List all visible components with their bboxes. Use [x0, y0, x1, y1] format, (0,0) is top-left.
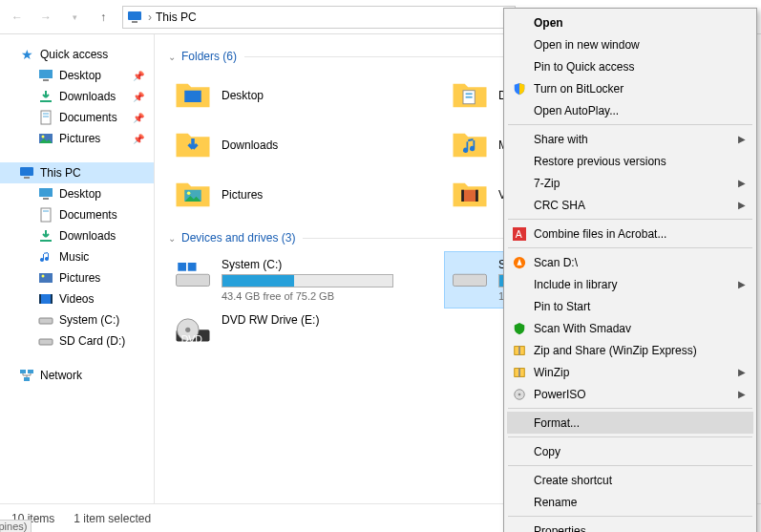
sidebar-pc-videos[interactable]: Videos — [0, 288, 154, 309]
sidebar-pc-sdcard-d[interactable]: SD Card (D:) — [0, 330, 154, 351]
network-icon — [19, 368, 34, 383]
context-menu-rename[interactable]: Rename — [507, 491, 753, 513]
context-menu-zip-and-share-winzip-express[interactable]: Zip and Share (WinZip Express) — [507, 339, 753, 361]
poweriso-icon — [512, 387, 527, 402]
sidebar-qa-downloads[interactable]: Downloads📌 — [0, 86, 154, 107]
folder-icon — [449, 74, 491, 117]
context-menu-scan-with-smadav[interactable]: Scan With Smadav — [507, 317, 753, 339]
shield-icon — [512, 81, 527, 96]
sidebar-pc-system-c[interactable]: System (C:) — [0, 309, 154, 330]
sidebar-item-label: Downloads — [59, 90, 116, 103]
context-menu-separator — [508, 465, 752, 466]
svg-point-32 — [187, 192, 191, 196]
svg-text:DVD: DVD — [181, 333, 203, 345]
this-pc-icon — [127, 10, 142, 25]
drive-dvd-e[interactable]: DVD DVD RW Drive (E:) — [168, 308, 407, 355]
submenu-arrow-icon: ▶ — [738, 178, 746, 188]
svg-rect-19 — [39, 294, 53, 304]
svg-rect-13 — [43, 198, 49, 200]
svg-point-18 — [42, 275, 45, 278]
context-menu-separator — [508, 247, 752, 248]
address-bar[interactable]: › This PC — [122, 6, 516, 29]
sidebar-item-label: Desktop — [59, 69, 101, 82]
svg-rect-3 — [43, 79, 49, 81]
svg-rect-39 — [454, 274, 487, 286]
context-menu-properties[interactable]: Properties — [507, 520, 753, 532]
documents-icon — [38, 110, 53, 125]
context-menu-label: Rename — [534, 496, 577, 509]
sidebar-item-label: System (C:) — [59, 313, 119, 327]
sidebar-qa-documents[interactable]: Documents📌 — [0, 107, 154, 128]
sidebar-pc-pictures[interactable]: Pictures — [0, 267, 154, 288]
up-button[interactable]: ↑ — [90, 4, 116, 31]
sidebar-quick-access[interactable]: ★ Quick access — [0, 44, 154, 65]
folder-desktop[interactable]: Desktop — [168, 71, 407, 120]
context-menu-turn-on-bitlocker[interactable]: Turn on BitLocker — [507, 77, 753, 99]
context-menu-label: Pin to Start — [534, 300, 590, 313]
sidebar-pc-downloads[interactable]: Downloads — [0, 225, 154, 246]
svg-rect-38 — [188, 263, 197, 271]
context-menu-format[interactable]: Format... — [507, 412, 753, 434]
folder-icon — [449, 174, 491, 216]
folder-pictures[interactable]: Pictures — [168, 170, 407, 220]
context-menu-poweriso[interactable]: PowerISO▶ — [507, 383, 753, 405]
svg-rect-35 — [476, 190, 478, 202]
recent-dropdown[interactable]: ▾ — [61, 4, 88, 31]
sidebar-item-label: Pictures — [59, 132, 100, 145]
pin-icon: 📌 — [133, 134, 144, 144]
context-menu-pin-to-start[interactable]: Pin to Start — [507, 295, 753, 317]
context-menu-share-with[interactable]: Share with▶ — [507, 128, 753, 150]
folder-downloads[interactable]: Downloads — [168, 120, 407, 170]
context-menu-label: Properties — [534, 524, 586, 533]
context-menu-crc-sha[interactable]: CRC SHA▶ — [507, 194, 753, 216]
svg-point-42 — [185, 328, 190, 332]
sidebar-pc-music[interactable]: Music — [0, 246, 154, 267]
context-menu-label: 7-Zip — [534, 177, 560, 190]
context-menu-label: Restore previous versions — [534, 155, 666, 168]
svg-rect-5 — [41, 111, 51, 124]
sidebar-this-pc[interactable]: This PC — [0, 162, 154, 183]
chevron-down-icon: ⌄ — [168, 233, 176, 244]
svg-rect-12 — [39, 188, 53, 197]
svg-rect-27 — [184, 91, 201, 102]
drive-icon — [449, 258, 491, 294]
context-menu-create-shortcut[interactable]: Create shortcut — [507, 469, 753, 491]
context-menu-7-zip[interactable]: 7-Zip▶ — [507, 172, 753, 194]
sidebar-network[interactable]: Network — [0, 365, 154, 386]
context-menu-copy[interactable]: Copy — [507, 440, 753, 462]
context-menu-label: Scan With Smadav — [534, 322, 631, 335]
sidebar-item-label: Documents — [59, 208, 117, 222]
context-menu-pin-to-quick-access[interactable]: Pin to Quick access — [507, 55, 753, 77]
back-button[interactable]: ← — [4, 4, 31, 31]
sidebar-pc-desktop[interactable]: Desktop — [0, 183, 154, 204]
context-menu-open-in-new-window[interactable]: Open in new window — [507, 33, 753, 55]
context-menu-restore-previous-versions[interactable]: Restore previous versions — [507, 150, 753, 172]
drive-free-text: 43.4 GB free of 75.2 GB — [222, 290, 403, 302]
context-menu-label: Open in new window — [534, 38, 640, 52]
context-menu-winzip[interactable]: WinZip▶ — [507, 361, 753, 383]
context-menu-open[interactable]: Open — [507, 11, 753, 33]
svg-rect-26 — [24, 377, 30, 381]
pin-icon: 📌 — [133, 71, 144, 81]
sidebar-item-label: Pictures — [59, 271, 100, 285]
sidebar-qa-pictures[interactable]: Pictures📌 — [0, 128, 154, 149]
submenu-arrow-icon: ▶ — [738, 200, 746, 210]
sidebar-pc-documents[interactable]: Documents — [0, 204, 154, 225]
forward-button[interactable]: → — [32, 4, 59, 31]
context-menu-scan-d[interactable]: Scan D:\ — [507, 251, 753, 273]
drive-label: System (C:) — [222, 258, 403, 271]
drive-icon — [172, 258, 214, 294]
pin-icon: 📌 — [133, 92, 144, 102]
winzip-icon — [512, 365, 527, 380]
context-menu-open-autoplay[interactable]: Open AutoPlay... — [507, 99, 753, 121]
svg-rect-50 — [518, 368, 520, 376]
context-menu-include-in-library[interactable]: Include in library▶ — [507, 273, 753, 295]
drive-system-c[interactable]: System (C:) 43.4 GB free of 75.2 GB — [168, 252, 407, 308]
context-menu-combine-files-in-acrobat[interactable]: ACombine files in Acrobat... — [507, 223, 753, 245]
svg-rect-11 — [24, 177, 30, 179]
context-menu-label: PowerISO — [534, 388, 586, 401]
acrobat-icon: A — [512, 226, 527, 242]
folder-icon — [449, 124, 491, 166]
sidebar-qa-desktop[interactable]: Desktop📌 — [0, 65, 154, 86]
breadcrumb-location[interactable]: This PC — [156, 11, 197, 24]
